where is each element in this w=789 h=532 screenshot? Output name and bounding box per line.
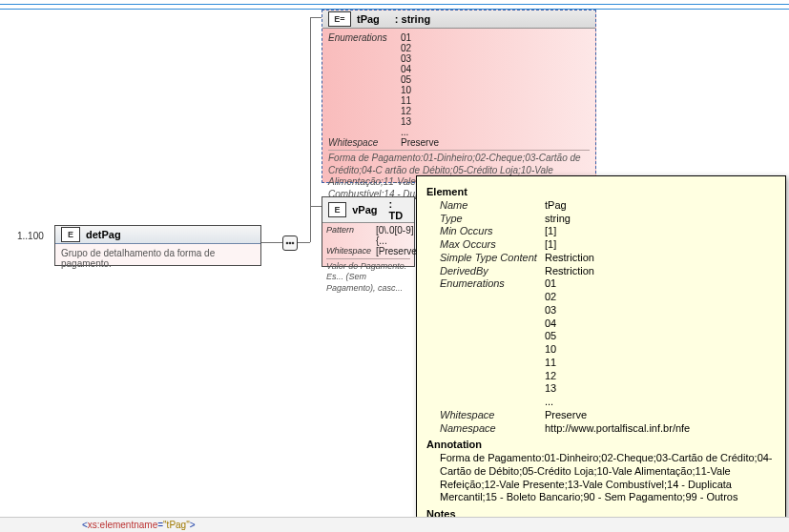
tpag-enum-list: 01 02 03 04 05 10 11 12 13 ...	[401, 32, 590, 137]
enum-value: 02	[545, 291, 778, 304]
enum-value: 04	[545, 317, 778, 331]
element-tooltip: Element NametPag Typestring Min Occurs[1…	[416, 175, 786, 519]
tooltip-value: http://www.portalfiscal.inf.br/nfe	[545, 422, 778, 436]
connector-line	[261, 242, 282, 243]
tooltip-label: Min Occurs	[426, 225, 545, 238]
node-detpag[interactable]: E detPag Grupo de detalhamento da forma …	[54, 225, 261, 266]
element-icon: E	[328, 202, 346, 217]
enum-value: 03	[401, 53, 590, 64]
status-xml-attr: name	[134, 520, 157, 530]
tooltip-label: Max Occurs	[426, 238, 545, 252]
svg-point-2	[292, 242, 295, 245]
node-vpag-type: : TD	[389, 198, 408, 221]
tooltip-enum-list: 01 02 03 04 05 10 11 12 13 ...	[545, 277, 778, 409]
vpag-whitespace-value: [Preserve]	[376, 246, 420, 256]
node-vpag-name: vPag	[352, 204, 377, 215]
node-vpag-body: Pattern [0\.0[0-9]{... Whitespace [Prese…	[322, 223, 414, 296]
tooltip-annotation-text: Forma de Pagamento:01-Dinheiro;02-Cheque…	[426, 452, 778, 504]
tooltip-label: Simple Type Content	[426, 252, 545, 265]
enum-value: 01	[401, 32, 590, 43]
tooltip-heading-element: Element	[426, 186, 778, 199]
tooltip-label-enum: Enumerations	[426, 277, 545, 409]
tooltip-value: Preserve	[545, 409, 778, 422]
enum-value: ...	[545, 396, 778, 409]
tooltip-value: [1]	[545, 238, 778, 252]
enum-value: 12	[545, 370, 778, 383]
facet-label-enumerations: Enumerations	[328, 32, 401, 43]
status-xml-suffix: >	[190, 520, 196, 530]
tooltip-value: Restriction	[545, 265, 778, 278]
tooltip-label: Name	[426, 199, 545, 213]
connector-line	[310, 17, 311, 242]
tooltip-value: string	[545, 213, 778, 226]
tooltip-heading-annotation: Annotation	[426, 439, 778, 452]
tooltip-value: Restriction	[545, 252, 778, 265]
node-detpag-name: detPag	[86, 229, 121, 240]
tooltip-value: [1]	[545, 225, 778, 238]
schema-diagram-canvas: 1..100 E detPag Grupo de detalhamento da…	[0, 0, 789, 532]
node-vpag[interactable]: E vPag : TD Pattern [0\.0[0-9]{... White…	[322, 196, 415, 267]
facet-label-pattern: Pattern	[326, 225, 376, 246]
svg-point-0	[286, 242, 289, 245]
enum-value: 10	[545, 343, 778, 357]
enum-value: 05	[401, 74, 590, 85]
node-detpag-desc: Grupo de detalhamento da forma de pagame…	[55, 244, 260, 275]
enum-value: 12	[401, 106, 590, 116]
enum-value: 10	[401, 85, 590, 95]
tooltip-value: tPag	[545, 199, 778, 213]
enum-value: 04	[401, 64, 590, 74]
tooltip-label-ns: Namespace	[426, 422, 545, 436]
enum-value: 02	[401, 43, 590, 53]
sequence-compositor[interactable]	[282, 235, 298, 251]
enum-value: 01	[545, 277, 778, 291]
status-xml-val: "tPag"	[163, 520, 190, 530]
status-bar: < xs:element name = "tPag" >	[0, 517, 789, 532]
node-detpag-header: E detPag	[55, 226, 260, 244]
enum-value: 11	[401, 95, 590, 106]
connector-line	[310, 206, 322, 207]
node-tpag[interactable]: E= tPag : string Enumerations 01 02 03 0…	[322, 10, 596, 183]
enum-value: 03	[545, 304, 778, 317]
enum-value: 13	[401, 116, 590, 127]
node-tpag-header: E= tPag : string	[322, 10, 595, 29]
status-xml-elem: xs:element	[88, 520, 134, 530]
tooltip-label: DerivedBy	[426, 265, 545, 278]
connector-line	[310, 17, 322, 18]
node-vpag-desc: Valor do Pagamento. Es... (Sem Pagamento…	[326, 258, 410, 294]
enum-value: 05	[545, 330, 778, 343]
facet-label-whitespace: Whitespace	[328, 137, 401, 148]
enum-value: 13	[545, 382, 778, 396]
svg-point-1	[289, 242, 292, 245]
tooltip-label-ws: Whitespace	[426, 409, 545, 422]
element-icon: E	[61, 227, 80, 242]
tooltip-label: Type	[426, 213, 545, 226]
connector-line	[298, 242, 310, 243]
node-vpag-header: E vPag : TD	[322, 197, 414, 223]
facet-label-whitespace: Whitespace	[326, 246, 376, 256]
occurrence-label: 1..100	[17, 231, 44, 241]
enum-value: ...	[401, 127, 590, 137]
enum-value: 11	[545, 357, 778, 370]
vpag-pattern-value: [0\.0[0-9]{...	[376, 225, 420, 246]
tpag-whitespace-value: Preserve	[401, 137, 590, 148]
node-tpag-type: : string	[395, 13, 430, 25]
node-tpag-name: tPag	[357, 13, 380, 25]
element-icon: E=	[328, 11, 351, 27]
